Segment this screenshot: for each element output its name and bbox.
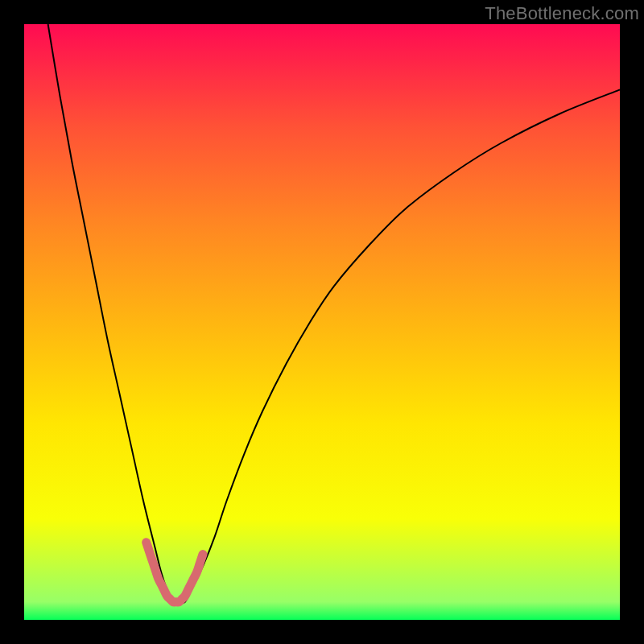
bottleneck-curve-path <box>48 24 620 603</box>
plot-area <box>24 24 620 620</box>
chart-frame: TheBottleneck.com <box>0 0 644 644</box>
highlight-band-path <box>147 543 203 602</box>
watermark-text: TheBottleneck.com <box>485 3 639 24</box>
curve-overlay <box>24 24 620 620</box>
